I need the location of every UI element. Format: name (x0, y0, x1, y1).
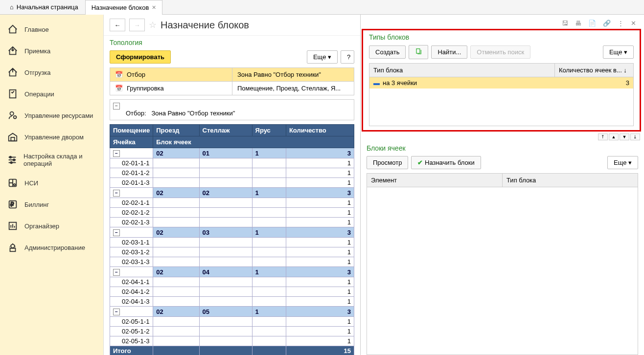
filter-summary: − Отбор: Зона Равно "Отбор техники" (110, 99, 354, 120)
create-button[interactable]: Создать (369, 45, 406, 59)
sidebar-item-main[interactable]: Главное (0, 19, 103, 40)
table-group-row[interactable]: −020413 (110, 267, 354, 277)
view-button[interactable]: Просмотр (367, 156, 408, 169)
expand-toggle[interactable]: − (113, 309, 120, 315)
close-icon[interactable]: ✕ (152, 4, 156, 11)
col-cell-count[interactable]: Количество ячеек в... ↓ (555, 64, 633, 77)
tab-home[interactable]: ⌂ Начальная страница (4, 0, 84, 15)
help-button[interactable]: ? (341, 50, 354, 64)
move-down-icon[interactable]: ▼ (620, 133, 629, 140)
sidebar-item-receiving[interactable]: Приемка (0, 40, 103, 62)
svg-point-5 (13, 159, 15, 161)
sidebar-item-organizer[interactable]: Органайзер (0, 215, 103, 237)
more-button[interactable]: Еще ▾ (307, 50, 338, 64)
block-type-cells: 3 (556, 79, 629, 87)
filter-row[interactable]: 📅Отбор Зона Равно "Отбор техники" (110, 68, 354, 82)
assign-blocks-button[interactable]: ✔ Назначить блоки (411, 156, 481, 169)
table-row[interactable]: 02-05-1-31 (110, 336, 354, 346)
table-row[interactable]: 02-02-1-21 (110, 208, 354, 218)
table-row[interactable]: 02-05-1-11 (110, 317, 354, 327)
sidebar-item-shipping[interactable]: Отгрузка (0, 62, 103, 83)
sidebar-item-label: Администрирование (24, 244, 85, 251)
back-button[interactable]: ← (110, 19, 125, 31)
col-tier: Ярус (252, 125, 286, 136)
table-group-row[interactable]: −020213 (110, 188, 354, 198)
table-group-row[interactable]: −020313 (110, 227, 354, 238)
svg-point-1 (10, 112, 14, 115)
col-element[interactable]: Элемент (367, 174, 503, 187)
document-icon (7, 88, 19, 100)
table-total-row: Итого15 (110, 346, 354, 355)
sliders-icon (7, 154, 18, 166)
tab-active[interactable]: Назначение блоков ✕ (85, 0, 163, 15)
export-icon[interactable]: 📄 (586, 19, 598, 28)
form-button[interactable]: Сформировать (110, 50, 171, 64)
block-type-row[interactable]: ▬ на 3 ячейки 3 (369, 77, 633, 89)
block-types-title: Типы блоков (363, 30, 640, 43)
table-row[interactable]: 02-03-1-21 (110, 247, 354, 257)
sidebar-item-nsi[interactable]: НСИ (0, 172, 103, 194)
sidebar-item-label: Операции (24, 90, 54, 98)
col-block-type-2[interactable]: Тип блока (503, 174, 638, 187)
grouping-row[interactable]: 📅Группировка Помещение, Проезд, Стеллаж,… (110, 82, 354, 95)
svg-rect-14 (416, 49, 420, 53)
table-row[interactable]: 02-01-1-31 (110, 178, 354, 188)
col-room: Помещение (110, 125, 153, 136)
sidebar-item-label: Биллинг (24, 201, 49, 208)
splitter-controls: ⤒ ▲ ▼ ⤓ (361, 133, 644, 141)
close-panel-icon[interactable]: ✕ (629, 19, 638, 28)
cell-blocks-body (367, 187, 638, 355)
outbox-icon (7, 67, 19, 78)
table-row[interactable]: 02-01-1-21 (110, 168, 354, 178)
link-icon[interactable]: 🔗 (601, 19, 613, 28)
col-aisle: Проезд (153, 125, 199, 136)
col-block: Блок ячеек (153, 136, 354, 148)
forward-button[interactable]: → (129, 19, 145, 31)
svg-rect-3 (11, 137, 14, 141)
print-icon[interactable]: 🖶 (573, 19, 583, 28)
table-group-row[interactable]: −020513 (110, 307, 354, 317)
col-qty: Количество (286, 125, 354, 136)
table-row[interactable]: 02-02-1-11 (110, 198, 354, 208)
more-button-types[interactable]: Еще ▾ (603, 45, 634, 59)
block-type-name: на 3 ячейки (383, 79, 556, 87)
kebab-icon[interactable]: ⋮ (616, 19, 626, 28)
sidebar-item-resources[interactable]: Управление ресурсами (0, 105, 103, 126)
collapse-toggle[interactable]: − (113, 103, 120, 110)
sidebar-item-warehouse-settings[interactable]: Настройка склада и операций (0, 148, 103, 172)
table-group-row[interactable]: −020113 (110, 148, 354, 158)
expand-toggle[interactable]: − (113, 269, 120, 276)
sidebar-item-admin[interactable]: Администрирование (0, 237, 103, 258)
table-row[interactable]: 02-03-1-31 (110, 257, 354, 267)
sidebar-item-label: Главное (24, 26, 49, 33)
star-icon[interactable]: ☆ (149, 20, 157, 30)
sidebar-item-operations[interactable]: Операции (0, 83, 103, 105)
sidebar-item-yard[interactable]: Управление двором (0, 126, 103, 148)
cancel-search-button[interactable]: Отменить поиск (470, 45, 530, 59)
move-up-icon[interactable]: ▲ (609, 133, 619, 140)
table-row[interactable]: 02-04-1-31 (110, 297, 354, 307)
expand-toggle[interactable]: − (113, 229, 120, 236)
sidebar-item-label: Настройка склада и операций (23, 153, 96, 167)
col-block-type[interactable]: Тип блока (369, 64, 555, 77)
table-row[interactable]: 02-04-1-11 (110, 277, 354, 287)
collapse-up-all-icon[interactable]: ⤒ (598, 133, 608, 140)
table-row[interactable]: 02-03-1-11 (110, 238, 354, 247)
svg-text:₽: ₽ (10, 201, 14, 208)
tab-active-label: Назначение блоков (92, 4, 149, 11)
table-row[interactable]: 02-05-1-21 (110, 327, 354, 336)
filter-icon: 📅 (115, 71, 123, 78)
table-row[interactable]: 02-01-1-11 (110, 158, 354, 168)
table-row[interactable]: 02-02-1-31 (110, 218, 354, 227)
more-button-blocks[interactable]: Еще ▾ (607, 156, 638, 169)
sidebar-item-billing[interactable]: ₽ Биллинг (0, 194, 103, 215)
expand-toggle[interactable]: − (113, 190, 120, 197)
table-row[interactable]: 02-04-1-21 (110, 287, 354, 297)
find-button[interactable]: Найти... (431, 45, 467, 59)
collapse-down-all-icon[interactable]: ⤓ (630, 133, 640, 140)
save-icon[interactable]: 🖫 (560, 19, 570, 28)
copy-button[interactable] (409, 45, 428, 59)
sidebar-item-label: НСИ (24, 179, 38, 187)
expand-toggle[interactable]: − (113, 150, 120, 157)
database-icon (7, 177, 19, 189)
